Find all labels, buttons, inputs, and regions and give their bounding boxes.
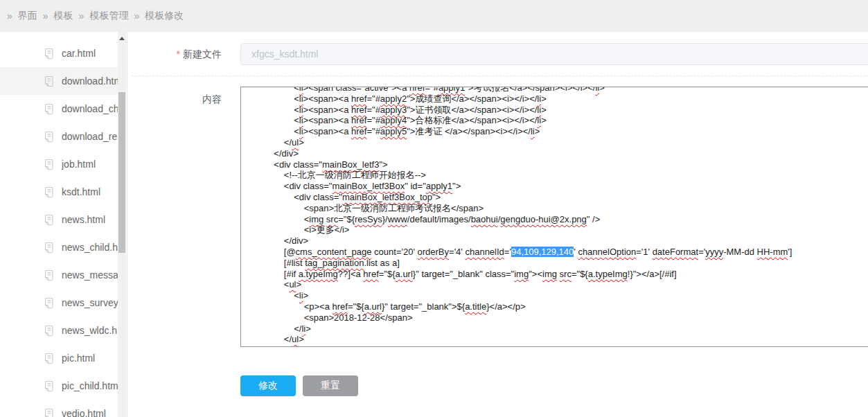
file-icon (44, 76, 54, 87)
file-item[interactable]: news_child.h (0, 233, 118, 261)
file-item[interactable]: pic.html (0, 344, 118, 372)
file-name: vedio.html (62, 408, 106, 417)
required-asterisk: * (177, 48, 180, 60)
file-icon (44, 325, 54, 337)
file-icon (44, 408, 54, 417)
file-item[interactable]: download.htm (0, 67, 118, 95)
content-editor[interactable]: <li><span class="active"><a href="#apply… (240, 87, 868, 347)
file-name: news_wldc.h (62, 325, 117, 336)
file-icon (44, 242, 54, 254)
breadcrumb-item[interactable]: 模板 (54, 10, 73, 22)
file-icon (44, 131, 54, 143)
file-name: download.htm (62, 76, 118, 87)
file-item[interactable]: ksdt.html (0, 178, 118, 206)
new-file-label: *新建文件 (127, 43, 222, 65)
file-item[interactable]: vedio.html (0, 400, 118, 417)
breadcrumb-separator-icon: » (7, 10, 12, 21)
modify-button[interactable]: 修改 (240, 375, 296, 396)
new-file-input[interactable] (240, 43, 868, 65)
content-label: 内容 (127, 92, 222, 106)
file-item[interactable]: job.html (0, 150, 118, 178)
file-icon (44, 353, 54, 364)
file-item[interactable]: news_wldc.h (0, 317, 118, 344)
file-item[interactable]: news_survey (0, 289, 118, 317)
file-name: download_ch (62, 103, 118, 114)
file-name: ksdt.html (62, 186, 100, 197)
file-name: pic_child.htm (62, 380, 118, 391)
file-item[interactable]: news.html (0, 206, 118, 233)
sidebar-scrollbar[interactable] (118, 32, 126, 417)
file-icon (44, 186, 54, 198)
file-icon (44, 269, 54, 281)
breadcrumb-separator-icon: » (43, 10, 48, 21)
file-item[interactable]: car.html (0, 39, 118, 67)
template-form: *新建文件 内容 <li><span class="active"><a hre… (127, 32, 868, 417)
file-item[interactable]: download_re (0, 123, 118, 150)
file-item[interactable]: pic_child.htm (0, 372, 118, 400)
reset-button[interactable]: 重置 (303, 375, 358, 396)
scroll-up-arrow-icon[interactable] (119, 37, 125, 40)
file-name: news_survey (62, 297, 118, 308)
file-name: news.html (62, 214, 105, 225)
file-icon (44, 103, 54, 115)
file-item[interactable]: download_ch (0, 95, 118, 123)
content-code[interactable]: <li><span class="active"><a href="#apply… (241, 87, 868, 347)
file-list: car.htmldownload.htmdownload_chdownload_… (0, 32, 118, 417)
file-item[interactable]: news_messa (0, 261, 118, 289)
template-edit-screen: »界面»模板»模板管理»模板修改 car.htmldownload.htmdow… (0, 0, 868, 417)
breadcrumb: »界面»模板»模板管理»模板修改 (0, 0, 868, 32)
scrollbar-thumb[interactable] (118, 92, 125, 253)
breadcrumb-item[interactable]: 模板修改 (145, 10, 184, 22)
file-icon (44, 297, 54, 309)
file-name: pic.html (62, 353, 95, 364)
file-name: job.html (62, 159, 96, 170)
breadcrumb-separator-icon: » (134, 10, 139, 21)
form-separator (132, 76, 868, 76)
file-name: news_child.h (62, 242, 118, 253)
file-name: download_re (62, 131, 117, 142)
new-file-label-text: 新建文件 (183, 48, 222, 60)
file-icon (44, 48, 54, 60)
file-icon (44, 380, 54, 392)
breadcrumb-item[interactable]: 模板管理 (89, 10, 128, 22)
file-icon (44, 214, 54, 226)
breadcrumb-item[interactable]: 界面 (18, 10, 37, 22)
breadcrumb-separator-icon: » (79, 10, 85, 21)
file-name: car.html (62, 48, 96, 59)
file-icon (44, 159, 54, 170)
file-name: news_messa (62, 269, 118, 281)
